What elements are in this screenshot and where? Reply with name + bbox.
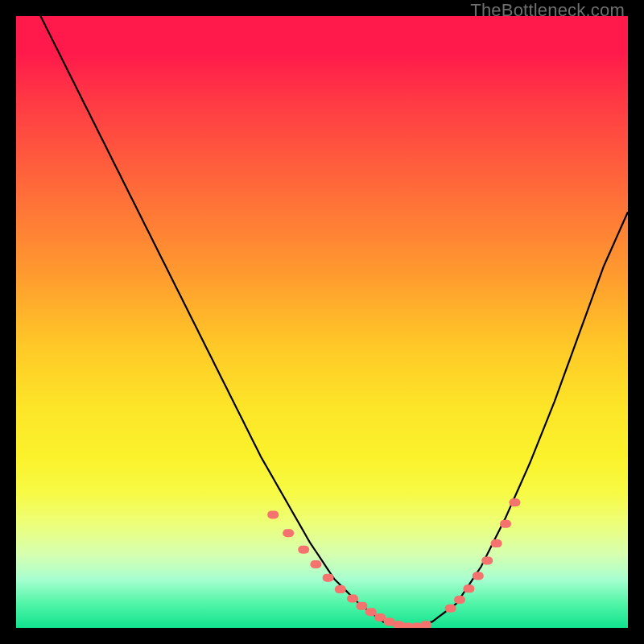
highlight-dot xyxy=(335,585,346,593)
bottleneck-curve xyxy=(16,16,628,628)
highlight-dot xyxy=(463,584,474,592)
plot-area xyxy=(16,16,628,628)
curve-svg xyxy=(16,16,628,628)
highlight-dot xyxy=(310,560,321,568)
highlight-dot xyxy=(365,608,377,616)
highlight-dot xyxy=(509,498,520,506)
highlight-dot xyxy=(420,621,431,628)
highlight-dot xyxy=(491,539,502,547)
highlight-dot xyxy=(267,510,279,518)
highlight-dot xyxy=(500,520,511,528)
chart-container: TheBottleneck.com xyxy=(0,0,644,644)
highlight-dot xyxy=(481,556,493,564)
highlight-dot xyxy=(347,595,358,603)
highlight-dot xyxy=(473,572,484,580)
highlight-dot xyxy=(445,605,456,613)
highlight-dot xyxy=(454,596,465,604)
highlight-dot xyxy=(356,602,367,610)
highlight-dot xyxy=(298,546,309,554)
highlight-dot xyxy=(323,574,334,582)
highlight-dot xyxy=(283,529,294,537)
